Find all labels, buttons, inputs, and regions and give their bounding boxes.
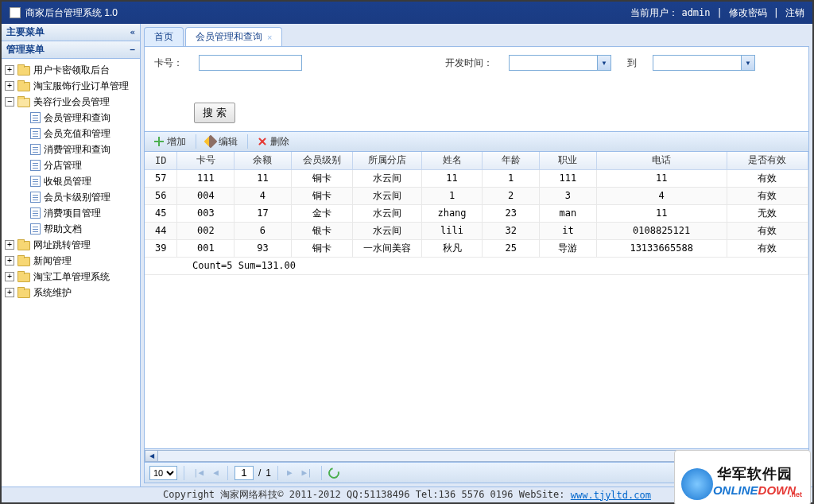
column-header[interactable]: 卡号	[177, 152, 235, 169]
dropdown-trigger-icon[interactable]	[741, 56, 754, 70]
tabs-bar: 首页 会员管理和查询 ×	[144, 27, 809, 46]
tab-member-query[interactable]: 会员管理和查询 ×	[185, 27, 282, 46]
admin-menu-header[interactable]: 管理菜单 −	[2, 41, 140, 59]
column-header[interactable]: 电话	[596, 152, 727, 169]
table-row[interactable]: 5711111铜卡水云间11111111有效	[145, 169, 808, 187]
table-cell: 44	[145, 222, 177, 239]
table-cell: 导游	[540, 239, 597, 257]
table-cell: 铜卡	[291, 169, 352, 187]
column-header[interactable]: 所属分店	[352, 152, 421, 169]
search-button[interactable]: 搜 索	[194, 103, 235, 123]
watermark-net: .net	[789, 490, 802, 498]
column-header[interactable]: 年龄	[483, 152, 540, 169]
last-page-button[interactable]: ▶|	[300, 467, 315, 478]
next-page-button[interactable]: ▶	[285, 467, 295, 478]
change-password-link[interactable]: 修改密码	[729, 6, 767, 20]
globe-icon	[681, 468, 713, 500]
admin-menu-title: 管理菜单	[6, 43, 45, 56]
dropdown-trigger-icon[interactable]	[597, 56, 610, 70]
tree-node[interactable]: −美容行业会员管理	[2, 94, 140, 110]
table-row[interactable]: 3900193铜卡一水间美容秋凡25导游13133665588有效	[145, 239, 808, 257]
date-label: 开发时间：	[445, 56, 493, 70]
card-input[interactable]	[199, 55, 302, 71]
page-size-select[interactable]: 10	[149, 466, 177, 480]
tree-node[interactable]: 帮助文档	[2, 221, 140, 237]
tree-node[interactable]: +淘宝服饰行业订单管理	[2, 78, 140, 94]
tree-node[interactable]: 会员卡级别管理	[2, 189, 140, 205]
total-pages: 1	[266, 467, 271, 479]
date-from-input[interactable]	[510, 56, 597, 70]
tree-expand-icon[interactable]: +	[5, 240, 14, 250]
tree-node[interactable]: 收银员管理	[2, 173, 140, 189]
folder-icon	[17, 81, 30, 91]
page-input[interactable]	[235, 466, 254, 480]
folder-icon	[17, 256, 30, 266]
website-link[interactable]: www.tjyltd.com	[571, 490, 651, 501]
table-cell: 003	[177, 204, 235, 222]
folder-icon	[17, 97, 30, 107]
tree-node[interactable]: +新闻管理	[2, 253, 140, 269]
table-cell: 铜卡	[291, 239, 352, 257]
scroll-left-button[interactable]: ◀	[145, 450, 158, 462]
tree-node[interactable]: +用户卡密领取后台	[2, 62, 140, 78]
date-to-combo[interactable]	[653, 55, 755, 71]
collapse-icon[interactable]: «	[130, 27, 135, 37]
table-cell: 111	[540, 169, 597, 187]
data-grid[interactable]: ID卡号余额会员级别所属分店姓名年龄职业电话是否有效5711111铜卡水云间11…	[145, 152, 808, 448]
column-header[interactable]: 是否有效	[727, 152, 808, 169]
separator	[321, 466, 322, 480]
tree-node[interactable]: 会员充值和管理	[2, 126, 140, 142]
date-to-input[interactable]	[653, 56, 741, 70]
column-header[interactable]: 姓名	[421, 152, 483, 169]
tree-view: +用户卡密领取后台+淘宝服饰行业订单管理−美容行业会员管理会员管理和查询会员充值…	[2, 59, 140, 487]
tree-node-label: 网址跳转管理	[33, 238, 91, 252]
tab-active-label: 会员管理和查询	[196, 30, 262, 44]
table-cell: 11	[596, 204, 727, 222]
tree-node[interactable]: 会员管理和查询	[2, 110, 140, 126]
table-cell: 11	[235, 169, 292, 187]
tree-expand-icon[interactable]: +	[5, 288, 14, 297]
tree-node[interactable]: +网址跳转管理	[2, 237, 140, 253]
separator	[184, 466, 184, 480]
first-page-button[interactable]: |◀	[191, 467, 206, 478]
table-cell: 水云间	[352, 187, 421, 204]
tree-node[interactable]: +系统维护	[2, 285, 140, 300]
add-button[interactable]: 增加	[149, 134, 191, 150]
column-header[interactable]: 职业	[540, 152, 597, 169]
logout-link[interactable]: 注销	[785, 6, 804, 20]
table-cell: 25	[483, 239, 540, 257]
prev-page-button[interactable]: ◀	[211, 467, 221, 478]
table-cell: 32	[483, 222, 540, 239]
tree-expand-icon[interactable]: +	[5, 256, 14, 266]
table-cell: 39	[145, 239, 177, 257]
tree-node-label: 用户卡密领取后台	[33, 64, 110, 77]
table-cell: 水云间	[352, 169, 421, 187]
table-cell: 1	[421, 187, 483, 204]
refresh-icon[interactable]	[326, 465, 341, 480]
column-header[interactable]: 会员级别	[291, 152, 352, 169]
table-cell: 004	[177, 187, 235, 204]
tree-collapse-icon[interactable]: −	[5, 97, 14, 107]
table-row[interactable]: 440026银卡水云间lili32it0108825121有效	[145, 222, 808, 239]
column-header[interactable]: 余额	[235, 152, 292, 169]
tab-home[interactable]: 首页	[144, 27, 184, 46]
tree-node[interactable]: +淘宝工单管理系统	[2, 269, 140, 285]
tree-expand-icon[interactable]: +	[5, 272, 14, 281]
table-cell: 0108825121	[596, 222, 727, 239]
main-menu-header[interactable]: 主要菜单 «	[2, 24, 140, 41]
edit-label: 编辑	[219, 135, 238, 149]
table-row[interactable]: 560044铜卡水云间1234有效	[145, 187, 808, 204]
tree-node[interactable]: 消费管理和查询	[2, 142, 140, 157]
tree-expand-icon[interactable]: +	[5, 81, 14, 91]
column-header[interactable]: ID	[145, 152, 177, 169]
tree-node[interactable]: 分店管理	[2, 157, 140, 173]
close-icon[interactable]: ×	[267, 33, 272, 42]
table-row[interactable]: 4500317金卡水云间zhang23man11无效	[145, 204, 808, 222]
tree-node[interactable]: 消费项目管理	[2, 205, 140, 221]
minus-icon[interactable]: −	[130, 45, 135, 55]
edit-button[interactable]: 编辑	[201, 134, 242, 150]
date-from-combo[interactable]	[509, 55, 611, 71]
delete-button[interactable]: 删除	[253, 134, 294, 150]
tree-expand-icon[interactable]: +	[5, 65, 14, 75]
table-cell: it	[540, 222, 597, 239]
